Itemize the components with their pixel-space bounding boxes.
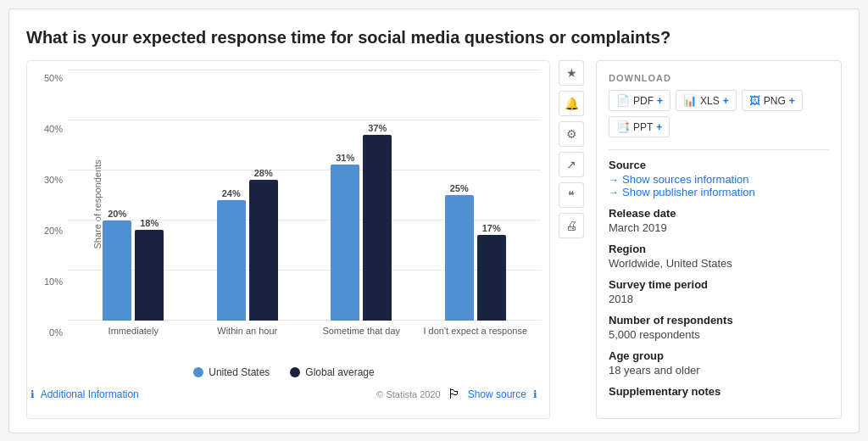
survey-period-value: 2018 (609, 293, 829, 305)
release-date-value: March 2019 (609, 221, 829, 234)
bar-group-3: 25%17% (419, 70, 533, 321)
y-label-10: 10% (44, 276, 63, 287)
additional-info-label: Additional Information (41, 388, 139, 400)
survey-period-section: Survey time period 2018 (609, 278, 829, 305)
bar-us-col-0: 20% (103, 70, 131, 321)
bar-us-label-0: 20% (108, 209, 126, 219)
y-label-50: 50% (44, 73, 63, 83)
x-label-0: Immediately (76, 326, 191, 336)
chart-body: Share of respondents 20%18%24%28%31%37%2… (68, 70, 541, 358)
source-info-icon: ℹ (533, 388, 537, 400)
region-label: Region (609, 243, 829, 255)
show-sources-text: Show sources information (622, 173, 749, 186)
legend-us: United States (193, 366, 270, 378)
download-xls-button[interactable]: 📊 XLS + (676, 90, 737, 111)
bookmark-button[interactable]: ★ (559, 60, 584, 86)
respondents-label: Number of respondents (609, 314, 829, 327)
bar-us-3 (445, 195, 474, 321)
chart-footer: ℹ Additional Information © Statista 2020… (27, 387, 541, 402)
bar-us-col-2: 31% (331, 70, 359, 321)
pdf-plus: + (657, 95, 663, 107)
respondents-section: Number of respondents 5,000 respondents (609, 314, 829, 341)
download-ppt-button[interactable]: 📑 PPT + (609, 116, 670, 137)
chart-legend: United States Global average (27, 366, 541, 382)
bar-global-label-3: 17% (482, 223, 501, 233)
main-container: What is your expected response time for … (8, 8, 860, 433)
legend-us-label: United States (209, 366, 270, 378)
x-label-2: Sometime that day (304, 326, 419, 336)
bar-us-col-3: 25% (445, 70, 474, 321)
download-pdf-button[interactable]: 📄 PDF + (609, 90, 670, 111)
share-button[interactable]: ↗ (559, 152, 584, 177)
respondents-value: 5,000 respondents (609, 328, 829, 341)
download-png-button[interactable]: 🖼 PNG + (742, 90, 803, 111)
cite-button[interactable]: ❝ (559, 182, 584, 208)
page-title: What is your expected response time for … (26, 26, 842, 48)
bar-global-col-3: 17% (477, 70, 506, 321)
bar-us-2 (331, 165, 359, 321)
settings-button[interactable]: ⚙ (559, 121, 584, 147)
bar-us-1 (217, 200, 246, 321)
ppt-label: PPT (633, 121, 653, 133)
download-title: DOWNLOAD (609, 73, 829, 83)
y-label-30: 30% (44, 175, 63, 185)
info-icon: ℹ (31, 388, 35, 400)
ppt-icon: 📑 (616, 120, 630, 133)
y-label-20: 20% (44, 226, 63, 236)
bar-global-1 (249, 180, 278, 321)
bar-global-2 (363, 135, 392, 321)
arrow-icon-1: → (609, 174, 619, 186)
download-section: DOWNLOAD 📄 PDF + 📊 XLS + 🖼 PNG (609, 73, 829, 137)
source-section: Source → Show sources information → Show… (609, 159, 829, 198)
side-toolbar: ★ 🔔 ⚙ ↗ ❝ 🖨 (559, 60, 587, 419)
region-value: Worldwide, United States (609, 257, 829, 270)
bar-us-label-3: 25% (450, 183, 469, 193)
additional-info-link[interactable]: ℹ Additional Information (31, 388, 139, 400)
show-publisher-text: Show publisher information (622, 186, 755, 198)
bar-global-col-2: 37% (363, 70, 392, 321)
alert-button[interactable]: 🔔 (559, 91, 584, 116)
copyright-text: © Statista 2020 (376, 389, 440, 399)
bar-global-3 (477, 235, 506, 321)
age-group-section: Age group 18 years and older (609, 349, 829, 377)
png-label: PNG (764, 95, 786, 107)
bar-us-label-1: 24% (222, 188, 241, 198)
bar-global-label-1: 28% (254, 168, 273, 178)
y-axis: 50% 40% 30% 20% 10% 0% (27, 70, 68, 358)
y-label-0: 0% (49, 327, 63, 338)
show-sources-link[interactable]: → Show sources information (609, 173, 829, 186)
x-labels: ImmediatelyWithin an hourSometime that d… (68, 326, 541, 336)
y-label-40: 40% (44, 124, 63, 134)
flag-icon: 🏳 (448, 387, 461, 402)
ppt-plus: + (656, 121, 662, 133)
bar-global-label-2: 37% (368, 123, 387, 133)
release-date-section: Release date March 2019 (609, 207, 829, 234)
bar-group-1: 24%28% (191, 70, 305, 321)
legend-global: Global average (290, 366, 374, 378)
release-date-label: Release date (609, 207, 829, 220)
chart-area: 50% 40% 30% 20% 10% 0% Share of responde… (27, 70, 541, 358)
show-source-link[interactable]: Show source (468, 388, 526, 400)
legend-dot-global (290, 367, 300, 377)
legend-global-label: Global average (305, 366, 374, 378)
pdf-icon: 📄 (616, 94, 630, 107)
footer-right: © Statista 2020 🏳 Show source ℹ (376, 387, 537, 402)
bar-global-col-0: 18% (135, 70, 164, 321)
pdf-label: PDF (633, 95, 654, 107)
bar-global-col-1: 28% (249, 70, 278, 321)
age-group-label: Age group (609, 349, 829, 362)
png-icon: 🖼 (749, 94, 760, 107)
png-plus: + (789, 95, 795, 107)
supplementary-section: Supplementary notes (609, 385, 829, 398)
download-buttons: 📄 PDF + 📊 XLS + 🖼 PNG + (609, 90, 829, 137)
bars-container: 20%18%24%28%31%37%25%17% (68, 70, 541, 321)
source-label: Source (609, 159, 829, 171)
show-publisher-link[interactable]: → Show publisher information (609, 186, 829, 198)
chart-wrapper: 50% 40% 30% 20% 10% 0% Share of responde… (26, 60, 550, 419)
age-group-value: 18 years and older (609, 364, 829, 377)
bar-us-label-2: 31% (336, 153, 354, 163)
xls-plus: + (723, 95, 729, 107)
print-button[interactable]: 🖨 (559, 213, 584, 238)
survey-period-label: Survey time period (609, 278, 829, 291)
bar-group-0: 20%18% (76, 70, 191, 321)
